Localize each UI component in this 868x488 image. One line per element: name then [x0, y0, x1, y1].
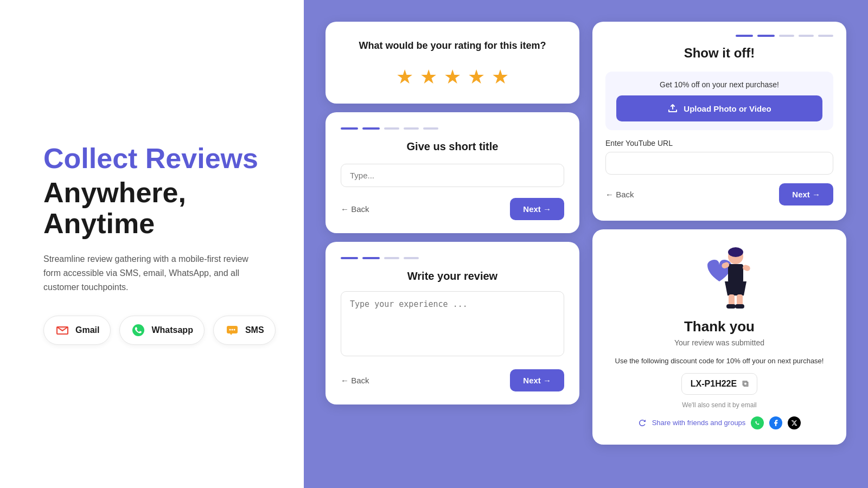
sdot-5 [818, 35, 833, 37]
discount-text: Get 10% off on your next purchase! [616, 80, 822, 89]
share-arrow-icon [638, 419, 647, 427]
star-1[interactable]: ★ [396, 66, 413, 88]
x-share-icon[interactable] [788, 416, 801, 429]
svg-point-6 [233, 329, 235, 331]
youtube-label: Enter YouTube URL [605, 139, 833, 147]
share-text: Share with friends and groups [652, 419, 746, 427]
svg-point-2 [132, 324, 144, 336]
review-textarea[interactable] [341, 291, 564, 356]
sdot-2 [757, 35, 775, 37]
collect-reviews-title: Collect Reviews [43, 143, 271, 174]
title-progress-dots [341, 127, 564, 130]
youtube-url-input[interactable] [605, 152, 833, 175]
title-input[interactable] [341, 164, 564, 187]
share-row: Share with friends and groups [605, 416, 833, 429]
discount-code-box: LX-P1H22E ⧉ [681, 373, 757, 395]
svg-point-4 [229, 329, 231, 331]
dot-2 [362, 127, 380, 130]
title-back-button[interactable]: ← Back [341, 204, 369, 214]
stars-row: ★ ★ ★ ★ ★ [341, 66, 564, 88]
showoff-back-button[interactable]: ← Back [605, 190, 634, 199]
gmail-badge[interactable]: Gmail [43, 316, 111, 345]
review-back-button[interactable]: ← Back [341, 376, 369, 385]
badge-row: Gmail Whatsapp SMS [43, 316, 271, 345]
subtitle-text: Streamline review gathering with a mobil… [43, 252, 260, 294]
upload-label: Upload Photo or Video [684, 104, 771, 113]
facebook-share-icon[interactable] [769, 416, 782, 429]
svg-rect-13 [735, 304, 744, 309]
right-panel: What would be your rating for this item?… [304, 0, 868, 488]
svg-rect-12 [726, 304, 736, 309]
thankyou-illustration [692, 245, 746, 310]
dot-4 [404, 127, 419, 130]
svg-rect-15 [742, 264, 751, 272]
anywhere-title: Anywhere, [43, 177, 271, 208]
rdot-3 [384, 257, 399, 259]
showoff-title: Show it off! [605, 46, 833, 61]
whatsapp-share-icon[interactable] [751, 416, 764, 429]
thankyou-card: Thank you Your review was submitted Use … [592, 229, 846, 445]
sms-badge[interactable]: SMS [213, 316, 276, 345]
title-form-heading: Give us short title [341, 140, 564, 153]
showoff-dots [605, 35, 833, 37]
send-email-text: We'll also send it by email [605, 401, 833, 409]
upload-icon [667, 103, 678, 114]
title-form-btn-row: ← Back Next → [341, 198, 564, 220]
left-column: What would be your rating for this item?… [315, 11, 586, 415]
sms-icon [225, 323, 240, 338]
discount-code: LX-P1H22E [691, 379, 737, 389]
gmail-label: Gmail [75, 325, 99, 335]
star-2[interactable]: ★ [420, 66, 437, 88]
person-svg [692, 245, 757, 315]
review-progress-dots [341, 257, 564, 259]
star-4[interactable]: ★ [468, 66, 485, 88]
svg-point-8 [728, 247, 743, 257]
anytime-title: Anytime [43, 208, 271, 239]
whatsapp-icon [131, 323, 146, 338]
rdot-4 [404, 257, 419, 259]
showoff-btn-row: ← Back Next → [605, 183, 833, 206]
sms-label: SMS [245, 325, 264, 335]
rdot-1 [341, 257, 358, 259]
upload-photo-video-button[interactable]: Upload Photo or Video [616, 95, 822, 121]
sdot-1 [736, 35, 753, 37]
star-3[interactable]: ★ [444, 66, 461, 88]
showoff-next-button[interactable]: Next → [779, 183, 833, 206]
rating-question: What would be your rating for this item? [341, 39, 564, 53]
dot-3 [384, 127, 399, 130]
write-review-card: Write your review ← Back Next → [326, 242, 579, 404]
gmail-icon [55, 323, 70, 338]
star-5[interactable]: ★ [492, 66, 509, 88]
whatsapp-label: Whatsapp [151, 325, 193, 335]
sdot-4 [799, 35, 814, 37]
review-next-button[interactable]: Next → [510, 369, 564, 391]
rdot-2 [362, 257, 380, 259]
copy-icon[interactable]: ⧉ [742, 379, 748, 389]
right-column: Show it off! Get 10% off on your next pu… [586, 11, 857, 455]
discount-box: Get 10% off on your next purchase! Uploa… [605, 72, 833, 130]
sdot-3 [779, 35, 794, 37]
title-form-card: Give us short title ← Back Next → [326, 112, 579, 233]
whatsapp-badge[interactable]: Whatsapp [119, 316, 204, 345]
svg-rect-9 [728, 264, 743, 282]
thankyou-title: Thank you [605, 318, 833, 335]
thankyou-discount-info: Use the following discount code for 10% … [605, 356, 833, 367]
dot-1 [341, 127, 358, 130]
write-review-heading: Write your review [341, 270, 564, 282]
left-panel: Collect Reviews Anywhere, Anytime Stream… [0, 0, 304, 488]
rating-card: What would be your rating for this item?… [326, 22, 579, 104]
showoff-card: Show it off! Get 10% off on your next pu… [592, 22, 846, 221]
title-next-button[interactable]: Next → [510, 198, 564, 220]
review-btn-row: ← Back Next → [341, 369, 564, 391]
svg-point-5 [231, 329, 233, 331]
dot-5 [423, 127, 438, 130]
thankyou-subtitle: Your review was submitted [605, 338, 833, 347]
